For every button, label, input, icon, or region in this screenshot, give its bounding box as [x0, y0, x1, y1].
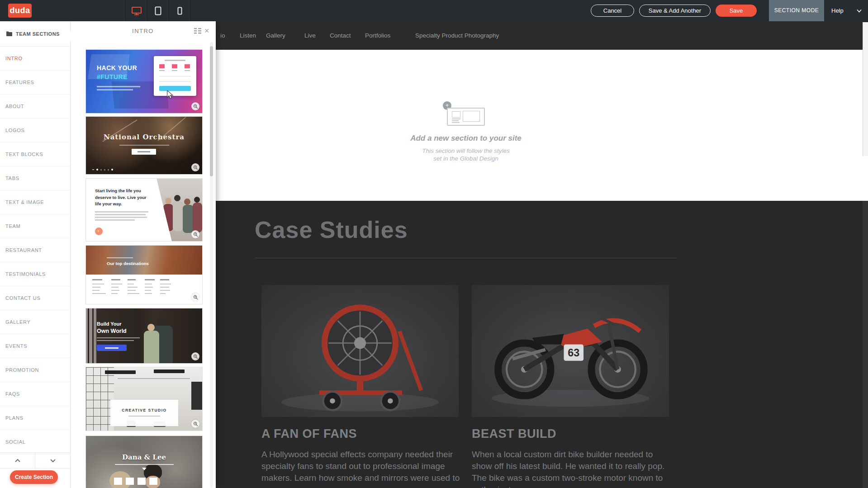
sidebar-item-label: LOGOS — [5, 128, 25, 133]
site-nav-item-portfolios[interactable]: Portfolios — [365, 21, 390, 50]
thumb-arrow-down — [142, 468, 147, 470]
tablet-icon — [155, 6, 161, 15]
help-menu[interactable]: Help — [831, 0, 844, 21]
zoom-icon[interactable] — [191, 102, 199, 110]
sidebar-item-label: TEXT & IMAGE — [5, 199, 44, 205]
scroll-down-button[interactable] — [35, 453, 70, 468]
sidebar-item-label: TEXT BLOCKS — [5, 152, 43, 157]
device-switcher — [125, 0, 191, 21]
thumb-title: Start living the life you deserve to liv… — [95, 188, 151, 208]
panel-scrollbar-thumb[interactable] — [210, 46, 213, 176]
desktop-icon — [131, 6, 142, 15]
case-study-body: When a local custom dirt bike builder ne… — [472, 449, 672, 488]
close-icon[interactable]: × — [204, 26, 209, 35]
case-study-body: A Hollywood special effects company need… — [261, 449, 461, 484]
save-button[interactable]: Save — [716, 5, 757, 17]
site-nav-item-listen[interactable]: Listen — [240, 21, 256, 50]
chevron-down-icon — [50, 459, 56, 462]
sidebar-item-restaurant[interactable]: RESTAURANT — [0, 238, 70, 262]
thumb-title: CREATIVE STUDIO — [110, 408, 178, 412]
thumb-photo: Our top destinations — [86, 246, 202, 275]
zoom-icon[interactable] — [191, 230, 199, 238]
list-view-icon[interactable] — [194, 28, 201, 34]
template-thumbnail-build-your-own-world[interactable]: Build Your Own World — [86, 308, 202, 363]
sidebar-item-promotion[interactable]: PROMOTION — [0, 358, 70, 382]
sidebar-item-plans[interactable]: PLANS — [0, 406, 70, 430]
zoom-icon[interactable] — [191, 420, 199, 428]
mobile-icon — [177, 7, 182, 15]
cancel-button[interactable]: Cancel — [591, 5, 634, 17]
scroll-up-button[interactable] — [0, 453, 35, 468]
thumb-countdown-boxes — [114, 478, 157, 485]
sidebar-item-tabs[interactable]: TABS — [0, 166, 70, 190]
template-thumbnail-national-orchestra[interactable]: National Orchestra — [86, 117, 202, 174]
folder-icon — [6, 31, 12, 36]
sidebar-item-social[interactable]: SOCIAL — [0, 430, 70, 454]
add-section-subtitle-2: set in the Global Design — [375, 155, 556, 162]
save-add-another-button[interactable]: Save & Add Another — [639, 5, 711, 17]
sidebar-item-contact-us[interactable]: CONTACT US — [0, 286, 70, 310]
site-nav-item-truncated[interactable]: io — [220, 21, 225, 50]
create-section-button[interactable]: Create Section — [10, 470, 58, 484]
duda-logo[interactable]: duda — [8, 4, 32, 18]
intro-templates-panel: INTRO × HACK YOUR #FUTURE — [70, 21, 216, 488]
template-thumbnail-top-destinations[interactable]: Our top destinations — [86, 246, 202, 304]
sidebar-item-logos[interactable]: LOGOS — [0, 118, 70, 142]
site-nav-item-live[interactable]: Live — [304, 21, 316, 50]
thumb-title: Our top destinations — [107, 261, 149, 266]
sidebar-header: TEAM SECTIONS — [0, 21, 70, 47]
sections-sidebar: TEAM SECTIONS INTRO FEATURES ABOUT LOGOS… — [0, 21, 71, 488]
sidebar-item-label: INTRO — [5, 56, 23, 61]
thumb-title: Dana & Lee — [86, 453, 202, 461]
sidebar-item-faqs[interactable]: FAQS — [0, 382, 70, 406]
template-thumbnail-dana-lee[interactable]: Dana & Lee — [86, 436, 202, 488]
sidebar-item-features[interactable]: FEATURES — [0, 71, 70, 95]
fan-illustration — [261, 285, 459, 417]
thumb-button — [132, 149, 156, 155]
sidebar-item-gallery[interactable]: GALLERY — [0, 310, 70, 334]
section-placeholder-icon[interactable] — [447, 108, 485, 126]
sidebar-item-testimonials[interactable]: TESTIMONIALS — [0, 262, 70, 286]
thumb-button — [97, 345, 127, 351]
thumb-countdown-card — [154, 56, 196, 96]
template-thumbnail-hack-your-future[interactable]: HACK YOUR #FUTURE — [86, 50, 202, 113]
sidebar-item-label: TABS — [5, 175, 19, 181]
case-study-image-fan — [261, 285, 459, 417]
zoom-icon[interactable] — [191, 293, 199, 301]
sidebar-header-label: TEAM SECTIONS — [16, 31, 60, 37]
thumb-title: National Orchestra — [86, 133, 202, 141]
thumb-link-columns — [92, 279, 171, 294]
sidebar-item-label: FAQS — [5, 391, 20, 397]
sidebar-item-label: PLANS — [5, 415, 24, 421]
editor-topbar: duda Cancel Save & Add Another Save SECT… — [0, 0, 868, 21]
thumb-window-grid — [86, 367, 114, 431]
scrollbar-thumb[interactable] — [863, 22, 868, 156]
sidebar-item-label: GALLERY — [5, 319, 30, 325]
case-study-title: A FAN OF FANS — [261, 427, 357, 441]
help-chevron-icon[interactable] — [857, 9, 862, 13]
site-nav-item-contact[interactable]: Contact — [330, 21, 351, 50]
sidebar-item-intro[interactable]: INTRO — [0, 47, 70, 71]
template-thumbnail-start-living[interactable]: Start living the life you deserve to liv… — [86, 179, 202, 241]
thumb-cta-circle: + — [95, 227, 103, 235]
sidebar-item-text-blocks[interactable]: TEXT BLOCKS — [0, 142, 70, 166]
sidebar-item-text-image[interactable]: TEXT & IMAGE — [0, 190, 70, 214]
scrollbar-track[interactable] — [863, 201, 868, 488]
template-thumbnail-creative-studio[interactable]: CREATIVE STUDIO — [86, 367, 202, 431]
bike-number-plate: 63 — [568, 347, 579, 359]
sidebar-item-about[interactable]: ABOUT — [0, 95, 70, 118]
thumb-card: CREATIVE STUDIO — [110, 400, 178, 426]
desktop-view-button[interactable] — [125, 0, 147, 21]
sidebar-item-events[interactable]: EVENTS — [0, 334, 70, 358]
case-study-title: BEAST BUILD — [472, 427, 556, 441]
site-nav-item-gallery[interactable]: Gallery — [266, 21, 285, 50]
sidebar-item-label: EVENTS — [5, 343, 27, 349]
zoom-icon[interactable] — [191, 163, 199, 171]
mobile-view-button[interactable] — [169, 0, 191, 21]
tablet-view-button[interactable] — [147, 0, 169, 21]
site-nav-item-specialty[interactable]: Specialty Product Photography — [415, 21, 499, 50]
cursor-icon — [166, 90, 174, 99]
sidebar-item-team[interactable]: TEAM — [0, 214, 70, 238]
chevron-up-icon — [15, 459, 20, 462]
zoom-icon[interactable] — [191, 352, 199, 360]
